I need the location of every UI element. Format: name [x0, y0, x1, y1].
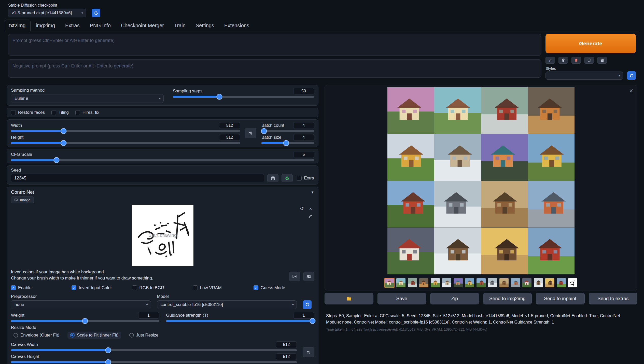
resize-mode-scale-to-fit-inner-fit[interactable]: Scale to Fit (Inner Fit) [67, 332, 121, 339]
preprocessor-dropdown[interactable]: none ▾ [11, 300, 151, 309]
close-gallery-icon[interactable]: × [629, 87, 633, 94]
open-image-button[interactable] [289, 272, 300, 281]
width-input[interactable] [219, 122, 240, 129]
model-dropdown[interactable]: control_scribble-fp16 [c508311e] ▾ [157, 300, 297, 309]
paste-params-button[interactable]: ↙ [545, 57, 555, 64]
gallery-image[interactable] [387, 228, 434, 274]
send-to-img2img-button[interactable]: Send to img2img [483, 293, 532, 304]
weight-slider[interactable] [11, 320, 159, 322]
checkpoint-dropdown[interactable]: v1-5-pruned.ckpt [e1441589a6] ▾ [8, 9, 86, 17]
height-input[interactable] [219, 134, 240, 141]
gallery-thumbnail[interactable] [407, 278, 417, 288]
gallery-thumbnail[interactable] [545, 278, 555, 288]
gallery-thumbnail[interactable] [465, 278, 475, 288]
gallery-thumbnail[interactable] [522, 278, 532, 288]
height-slider[interactable] [11, 142, 240, 144]
gallery-image[interactable] [387, 134, 434, 181]
canvas-width-input[interactable] [276, 341, 297, 348]
clear-prompt-button[interactable] [558, 57, 568, 64]
sampling-steps-slider[interactable] [173, 96, 314, 98]
tab-txt2img[interactable]: txt2img [4, 20, 31, 31]
gallery-image[interactable] [481, 87, 528, 134]
gallery-thumbnail[interactable] [476, 278, 486, 288]
gallery-thumbnail[interactable] [453, 278, 463, 288]
controlnet-canvas[interactable]: Start drawing [132, 205, 193, 266]
brush-color-icon[interactable] [307, 213, 314, 219]
negative-prompt-input[interactable] [8, 59, 541, 78]
tab-train[interactable]: Train [169, 20, 191, 31]
reuse-seed-button[interactable]: ♻ [282, 174, 293, 182]
checkbox-tiling[interactable]: Tiling [51, 110, 69, 115]
save-style-button[interactable] [597, 57, 607, 64]
swap-dimensions-button[interactable] [245, 128, 256, 138]
gallery-thumbnail[interactable] [442, 278, 452, 288]
checkbox-invert-input-color[interactable]: ✓Invert Input Color [72, 285, 132, 290]
open-folder-button[interactable] [325, 293, 373, 304]
canvas-width-slider[interactable] [11, 349, 297, 351]
prompt-input[interactable] [8, 34, 541, 56]
tab-img2img[interactable]: img2img [31, 20, 60, 31]
apply-style-button[interactable] [584, 57, 594, 64]
save-button[interactable]: Save [377, 293, 426, 304]
sampling-steps-input[interactable] [293, 88, 314, 94]
gallery-image[interactable] [434, 134, 481, 181]
guidance-strength-input[interactable] [293, 312, 314, 319]
brush-width-button[interactable] [303, 272, 314, 281]
gallery-thumbnail[interactable] [556, 278, 566, 288]
gallery-image[interactable] [528, 87, 575, 134]
batch-count-slider[interactable] [261, 130, 314, 132]
gallery-image[interactable] [481, 134, 528, 181]
swap-canvas-dimensions-button[interactable] [303, 347, 314, 357]
canvas-height-slider[interactable] [11, 361, 297, 363]
canvas-height-input[interactable] [276, 353, 297, 360]
guidance-strength-slider[interactable] [166, 320, 314, 322]
tab-checkpoint-merger[interactable]: Checkpoint Merger [116, 20, 169, 31]
width-slider[interactable] [11, 130, 240, 132]
gallery-image[interactable] [434, 87, 481, 134]
tab-extensions[interactable]: Extensions [219, 20, 254, 31]
gallery-image[interactable] [528, 181, 575, 228]
gallery-image[interactable] [387, 181, 434, 228]
checkbox-rgb-to-bgr[interactable]: RGB to BGR [132, 285, 193, 290]
batch-size-input[interactable] [293, 134, 314, 141]
gallery-image[interactable] [387, 87, 434, 134]
refresh-models-button[interactable] [303, 300, 312, 309]
checkbox-guess-mode[interactable]: ✓Guess Mode [254, 285, 314, 290]
clear-image-icon[interactable]: × [307, 205, 314, 212]
image-tab[interactable]: Image [11, 197, 34, 203]
checkbox-enable[interactable]: ✓Enable [11, 285, 72, 290]
gallery-image[interactable] [434, 181, 481, 228]
send-to-extras-button[interactable]: Send to extras [589, 293, 638, 304]
gallery-thumbnail[interactable] [419, 278, 429, 288]
checkbox-hires-fix[interactable]: Hires. fix [75, 110, 99, 115]
gallery-thumbnail[interactable] [384, 278, 395, 288]
gallery-thumbnail[interactable] [430, 278, 440, 288]
send-to-inpaint-button[interactable]: Send to inpaint [536, 293, 585, 304]
tab-settings[interactable]: Settings [191, 20, 219, 31]
gallery-thumbnail[interactable] [499, 278, 509, 288]
extra-networks-button[interactable] [571, 57, 581, 64]
refresh-checkpoint-button[interactable] [92, 9, 100, 17]
gallery-thumbnail[interactable] [533, 278, 543, 288]
tab-png-info[interactable]: PNG Info [85, 20, 116, 31]
tab-extras[interactable]: Extras [60, 20, 85, 31]
generate-button[interactable]: Generate [545, 34, 636, 53]
undo-icon[interactable]: ↺ [299, 205, 305, 212]
zip-button[interactable]: Zip [430, 293, 479, 304]
cfg-scale-input[interactable] [293, 151, 314, 158]
sampling-method-dropdown[interactable]: Euler a ▾ [11, 94, 164, 103]
gallery-image[interactable] [481, 228, 528, 274]
gallery-image[interactable] [528, 134, 575, 181]
styles-dropdown[interactable]: ▾ [545, 72, 623, 80]
cfg-scale-slider[interactable] [11, 159, 314, 161]
batch-count-input[interactable] [293, 122, 314, 129]
gallery-image[interactable] [528, 228, 575, 274]
controlnet-accordion-header[interactable]: ControlNet ▼ [11, 189, 314, 195]
gallery-thumbnail[interactable] [396, 278, 406, 288]
checkbox-restore-faces[interactable]: Restore faces [11, 110, 45, 115]
batch-size-slider[interactable] [261, 142, 314, 144]
checkbox-extra[interactable]: Extra [297, 176, 314, 181]
random-seed-button[interactable] [267, 174, 278, 182]
resize-mode-just-resize[interactable]: Just Resize [127, 332, 161, 339]
seed-input[interactable] [11, 174, 264, 182]
